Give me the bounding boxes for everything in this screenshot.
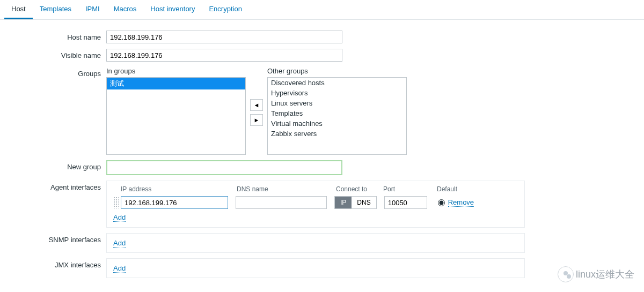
- list-item[interactable]: Virtual machines: [268, 118, 406, 129]
- agent-interfaces-box: IP address DNS name Connect to Port Defa…: [106, 181, 525, 228]
- visible-name-label: Visible name: [0, 49, 106, 59]
- other-groups-listbox[interactable]: Discovered hosts Hypervisors Linux serve…: [267, 77, 407, 155]
- new-group-input[interactable]: [106, 160, 342, 175]
- jmx-interfaces-label: JMX interfaces: [0, 258, 106, 269]
- agent-add-link[interactable]: Add: [113, 213, 126, 222]
- col-header-default: Default: [437, 185, 480, 193]
- other-groups-label: Other groups: [267, 67, 407, 75]
- snmp-interfaces-box: Add: [106, 233, 525, 253]
- connect-to-toggle: IP DNS: [334, 196, 377, 209]
- list-item[interactable]: Discovered hosts: [268, 78, 406, 88]
- agent-dns-input[interactable]: [236, 196, 327, 209]
- tab-encryption[interactable]: Encryption: [202, 0, 248, 19]
- snmp-add-link[interactable]: Add: [113, 239, 126, 248]
- agent-interfaces-label: Agent interfaces: [0, 181, 106, 191]
- groups-label: Groups: [0, 67, 106, 78]
- agent-interface-row: IP DNS Remove: [113, 196, 518, 209]
- jmx-interfaces-box: Add: [106, 258, 525, 278]
- agent-remove-link[interactable]: Remove: [448, 198, 474, 207]
- list-item[interactable]: Zabbix servers: [268, 129, 406, 139]
- col-header-dns: DNS name: [237, 185, 336, 193]
- agent-port-input[interactable]: [384, 196, 427, 209]
- list-item[interactable]: 测试: [107, 78, 245, 89]
- connect-ip-button[interactable]: IP: [335, 197, 352, 208]
- col-header-connect: Connect to: [336, 185, 383, 193]
- agent-ip-input[interactable]: [121, 196, 228, 209]
- list-item[interactable]: Templates: [268, 108, 406, 118]
- tab-templates[interactable]: Templates: [33, 0, 78, 19]
- tab-host-inventory[interactable]: Host inventory: [143, 0, 202, 19]
- in-groups-label: In groups: [106, 67, 246, 75]
- tab-ipmi[interactable]: IPMI: [78, 0, 107, 19]
- in-groups-listbox[interactable]: 测试: [106, 77, 246, 155]
- connect-dns-button[interactable]: DNS: [352, 197, 376, 208]
- host-form: Host name Visible name Groups In groups …: [0, 20, 644, 278]
- snmp-interfaces-label: SNMP interfaces: [0, 233, 106, 244]
- list-item[interactable]: Hypervisors: [268, 88, 406, 98]
- tabs-bar: Host Templates IPMI Macros Host inventor…: [0, 0, 644, 20]
- agent-default-radio[interactable]: [438, 199, 445, 206]
- new-group-label: New group: [0, 160, 106, 171]
- col-header-ip: IP address: [113, 185, 237, 193]
- col-header-port: Port: [383, 185, 437, 193]
- move-right-button[interactable]: ►: [250, 114, 263, 126]
- move-left-button[interactable]: ◄: [250, 99, 263, 111]
- host-name-input[interactable]: [106, 31, 342, 43]
- host-name-label: Host name: [0, 31, 106, 41]
- tab-host[interactable]: Host: [4, 0, 33, 19]
- jmx-add-link[interactable]: Add: [113, 264, 126, 273]
- list-item[interactable]: Linux servers: [268, 98, 406, 108]
- tab-macros[interactable]: Macros: [107, 0, 144, 19]
- visible-name-input[interactable]: [106, 49, 342, 62]
- drag-handle-icon[interactable]: [113, 197, 119, 208]
